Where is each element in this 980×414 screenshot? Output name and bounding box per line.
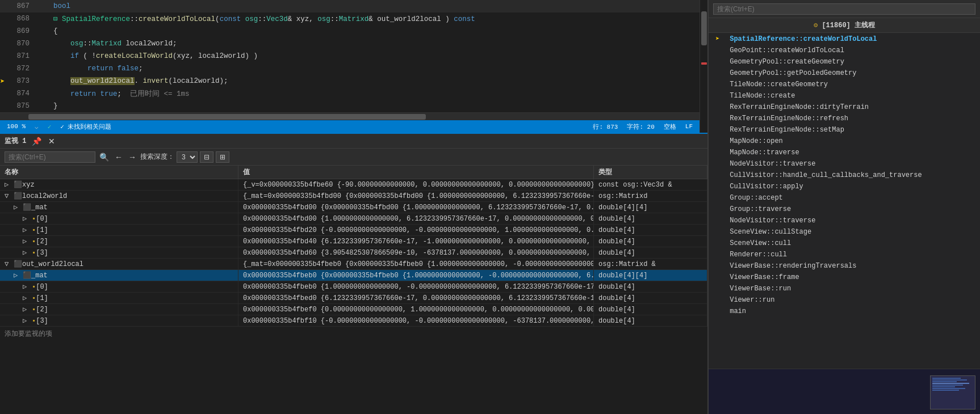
callstack-label-4: TileNode::createGeometry [730, 81, 828, 88]
watch-row-out-mat-3[interactable]: ▷ ▪ [3] 0x000000335b4fbf10 {-0.000000000… [0, 315, 707, 327]
line-num-871: 871 [8, 52, 36, 60]
watch-pin-button[interactable]: 📌 [31, 137, 43, 146]
callstack-item-3[interactable]: GeometryPool::getPooledGeometry [709, 67, 980, 79]
watch-row-out-mat-1[interactable]: ▷ ▪ [1] 0x000000335b4fbed0 {6.1232339957… [0, 293, 707, 304]
callstack-item-1[interactable]: GeoPoint::createWorldToLocal [709, 45, 980, 56]
scrollbar-thumb[interactable] [28, 114, 426, 120]
line-content-871: if ( !createLocalToWorld(xyz, local2worl… [36, 52, 700, 60]
watch-type-local2world-mat: double[4][4] [594, 202, 707, 213]
watch-type-l2w-2: double[4] [594, 236, 707, 247]
watch-row-local2world-mat-0[interactable]: ▷ ▪ [0] 0x000000335b4fbd00 {1.0000000000… [0, 213, 707, 225]
expand-out-mat[interactable]: ▷ [14, 271, 20, 280]
expand-btn[interactable]: ⊞ [216, 151, 229, 163]
search-icon-btn[interactable]: 🔍 [98, 153, 111, 162]
watch-name-l2w-1: ▷ ▪ [1] [0, 225, 238, 235]
forward-btn[interactable]: → [127, 153, 138, 162]
depth-label: 搜索深度： [140, 152, 174, 162]
callstack-item-4[interactable]: TileNode::createGeometry [709, 79, 980, 90]
expand-l2w-0[interactable]: ▷ [23, 214, 30, 223]
callstack-item-5[interactable]: TileNode::create [709, 90, 980, 102]
callstack-item-2[interactable]: GeometryPool::createGeometry [709, 56, 980, 67]
depth-select[interactable]: 3 1 2 4 5 [177, 151, 198, 163]
line-num-873: 873 [8, 77, 36, 85]
callstack-item-6[interactable]: RexTerrainEngineNode::dirtyTerrain [709, 102, 980, 113]
right-panel-thread-header: ⚙ [11860] 主线程 [709, 18, 980, 33]
watch-name-out-3: ▷ ▪ [3] [0, 315, 238, 326]
callstack-label-24: main [730, 307, 746, 315]
expand-l2w-1[interactable]: ▷ [23, 226, 30, 234]
callstack-item-22[interactable]: ViewerBase::run [709, 283, 980, 294]
callstack-item-10[interactable]: MapNode::traverse [709, 147, 980, 158]
callstack-item-23[interactable]: Viewer::run [709, 294, 980, 306]
callstack-item-11[interactable]: NodeVisitor::traverse [709, 158, 980, 170]
callstack-item-14[interactable]: Group::accept [709, 192, 980, 204]
callstack-label-18: SceneView::cull [730, 239, 791, 247]
callstack-item-20[interactable]: ViewerBase::renderingTraversals [709, 260, 980, 272]
watch-row-local2world-mat-2[interactable]: ▷ ▪ [2] 0x000000335b4fbd40 {6.1232339957… [0, 236, 707, 247]
watch-row-xyz[interactable]: ▷ ⬛ xyz {_v=0x000000335b4fbe60 {-90.0000… [0, 179, 707, 191]
col-type: 类型 [594, 166, 707, 179]
callstack-item-13[interactable]: CullVisitor::apply [709, 181, 980, 192]
expand-out-3[interactable]: ▷ [23, 316, 30, 325]
callstack-item-16[interactable]: NodeVisitor::traverse [709, 215, 980, 226]
arr-icon-out-3: ▪ [32, 317, 36, 325]
watch-value-out-2: 0x000000335b4fbef0 {0.00000000000000000,… [238, 304, 594, 315]
arrow-868 [0, 15, 8, 23]
expand-local2world[interactable]: ▽ [5, 192, 11, 200]
line-content-875: } [36, 102, 700, 110]
call-stack-list[interactable]: GeoPoint::createWorldToLocal GeometryPoo… [709, 45, 980, 369]
callstack-label-17: SceneView::cullStage [730, 228, 811, 236]
expand-out-0[interactable]: ▷ [23, 282, 30, 291]
expand-l2w-3[interactable]: ▷ [23, 248, 30, 257]
watch-row-local2world-mat-3[interactable]: ▷ ▪ [3] 0x000000335b4fbd60 {3.9054825307… [0, 247, 707, 259]
callstack-label-6: RexTerrainEngineNode::dirtyTerrain [730, 103, 869, 111]
callstack-label-15: Group::traverse [730, 205, 791, 213]
callstack-item-active[interactable]: ➤ SpatialReference::createWorldToLocal [709, 33, 980, 45]
zoom-level[interactable]: 100 % [7, 123, 26, 130]
arr-icon-2: ▪ [32, 238, 36, 246]
arr-icon-1: ▪ [32, 226, 36, 234]
line-content-869: { [36, 27, 700, 35]
right-search-input[interactable] [713, 3, 975, 15]
watch-row-out-mat[interactable]: ▷ ⬛ _mat 0x000000335b4fbeb0 {0x000000335… [0, 270, 707, 281]
editor-vertical-scrollbar[interactable] [700, 0, 707, 133]
col-info: 字符: 20 [627, 122, 654, 131]
watch-table: 名称 值 类型 ▷ ⬛ xyz {_v=0x000000335b4fbe60 {… [0, 166, 707, 414]
callstack-item-7[interactable]: RexTerrainEngineNode::refresh [709, 113, 980, 124]
back-btn[interactable]: ← [113, 153, 124, 162]
callstack-item-9[interactable]: MapNode::open [709, 136, 980, 147]
watch-row-out[interactable]: ▽ ⬛ out_world2local {_mat=0x000000335b4f… [0, 259, 707, 270]
expand-out-2[interactable]: ▷ [23, 305, 30, 314]
callstack-item-17[interactable]: SceneView::cullStage [709, 226, 980, 238]
right-panel: ⚙ [11860] 主线程 ➤ SpatialReference::create… [707, 0, 980, 414]
code-line-873: ➤ 873 out_world2local. invert(local2worl… [0, 75, 700, 87]
callstack-item-18[interactable]: SceneView::cull [709, 238, 980, 249]
right-panel-search [709, 0, 980, 18]
expand-xyz[interactable]: ▷ [5, 180, 11, 189]
add-watch-item[interactable]: 添加要监视的项 [0, 327, 707, 341]
watch-row-local2world[interactable]: ▽ ⬛ local2world {_mat=0x000000335b4fbd00… [0, 191, 707, 202]
watch-row-local2world-mat[interactable]: ▷ ⬛ _mat 0x000000335b4fbd00 {0x000000335… [0, 202, 707, 213]
callstack-item-19[interactable]: Renderer::cull [709, 249, 980, 260]
expand-l2w-2[interactable]: ▷ [23, 237, 30, 246]
callstack-item-15[interactable]: Group::traverse [709, 204, 980, 215]
expand-out-1[interactable]: ▷ [23, 294, 30, 302]
watch-close-button[interactable]: ✕ [47, 137, 56, 146]
callstack-item-21[interactable]: ViewerBase::frame [709, 272, 980, 283]
watch-row-out-mat-2[interactable]: ▷ ▪ [2] 0x000000335b4fbef0 {0.0000000000… [0, 304, 707, 315]
callstack-item-24[interactable]: main [709, 306, 980, 317]
watch-row-out-mat-0[interactable]: ▷ ▪ [0] 0x000000335b4fbeb0 {1.0000000000… [0, 281, 707, 293]
callstack-item-12[interactable]: CullVisitor::handle_cull_callbacks_and_t… [709, 170, 980, 181]
expand-out[interactable]: ▽ [5, 260, 11, 268]
horizontal-scrollbar[interactable] [0, 112, 700, 120]
line-num-869: 869 [8, 27, 36, 35]
status-divider: ⌵ [35, 123, 39, 130]
watch-search-input[interactable] [5, 151, 95, 163]
arr-icon-3: ▪ [32, 249, 36, 257]
expand-local2world-mat[interactable]: ▷ [14, 203, 20, 212]
watch-row-local2world-mat-1[interactable]: ▷ ▪ [1] 0x000000335b4fbd20 {-0.000000000… [0, 225, 707, 236]
callstack-item-8[interactable]: RexTerrainEngineNode::setMap [709, 124, 980, 136]
status-bar: 100 % ⌵ ✓ ✓ 未找到相关问题 行: 873 字符: 20 空格 LF [0, 120, 700, 133]
callstack-label-16: NodeVisitor::traverse [730, 217, 815, 225]
filter-btn[interactable]: ⊟ [200, 151, 213, 163]
